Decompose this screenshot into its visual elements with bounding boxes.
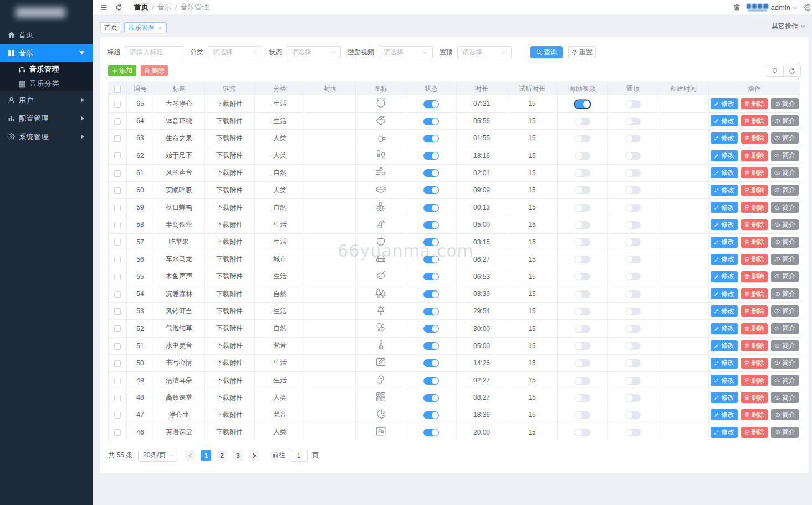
reward-video-toggle[interactable] [575,429,590,436]
intro-button[interactable]: 简介 [771,185,799,196]
top-toggle[interactable] [625,186,641,194]
intro-button[interactable]: 简介 [771,98,799,109]
row-checkbox[interactable] [114,378,121,384]
row-checkbox[interactable] [114,429,121,436]
top-toggle[interactable] [625,135,641,142]
edit-button[interactable]: 修改 [711,392,738,403]
status-toggle[interactable] [423,429,439,436]
row-checkbox[interactable] [114,412,121,419]
tab-1[interactable]: 音乐管理× [124,22,167,33]
cell-link[interactable]: 下载附件 [205,320,255,337]
search-icon[interactable] [767,65,784,77]
top-toggle[interactable] [625,152,641,160]
status-toggle[interactable] [423,186,439,194]
edit-button[interactable]: 修改 [711,167,738,178]
row-delete-button[interactable]: 删除 [741,358,768,369]
intro-button[interactable]: 简介 [771,237,799,248]
reward-video-toggle[interactable] [575,359,590,367]
row-checkbox[interactable] [114,187,121,194]
intro-button[interactable]: 简介 [771,254,799,265]
edit-button[interactable]: 修改 [711,237,738,248]
cell-link[interactable]: 下载附件 [205,303,255,320]
row-delete-button[interactable]: 删除 [741,305,768,317]
status-toggle[interactable] [423,290,439,298]
reward-video-toggle[interactable] [575,308,590,315]
status-toggle[interactable] [423,256,439,263]
edit-button[interactable]: 修改 [711,305,738,317]
cell-link[interactable]: 下载附件 [205,354,255,371]
query-button[interactable]: 查询 [530,46,563,58]
edit-button[interactable]: 修改 [711,185,738,196]
intro-button[interactable]: 简介 [771,358,799,369]
next-page-button[interactable] [249,450,259,461]
cell-link[interactable]: 下载附件 [205,164,255,181]
edit-button[interactable]: 修改 [711,254,738,265]
row-checkbox[interactable] [114,343,121,350]
top-toggle[interactable] [625,377,641,385]
intro-button[interactable]: 简介 [771,150,799,161]
row-checkbox[interactable] [114,170,121,177]
status-toggle[interactable] [423,377,439,385]
status-toggle[interactable] [423,411,439,419]
edit-button[interactable]: 修改 [711,271,738,282]
row-checkbox[interactable] [114,239,121,246]
intro-button[interactable]: 简介 [771,167,799,178]
row-delete-button[interactable]: 删除 [741,202,768,213]
reward-video-toggle[interactable] [575,186,590,194]
status-toggle[interactable] [423,325,439,333]
top-toggle[interactable] [625,238,641,246]
trash-icon[interactable] [733,3,740,11]
intro-button[interactable]: 简介 [771,271,799,282]
intro-button[interactable]: 简介 [771,219,799,230]
filter-select-4[interactable]: 请选择 [457,46,512,58]
edit-button[interactable]: 修改 [711,427,738,438]
cell-link[interactable]: 下载附件 [205,199,255,216]
cell-link[interactable]: 下载附件 [205,216,255,233]
row-delete-button[interactable]: 删除 [741,271,768,282]
row-checkbox[interactable] [114,325,121,332]
sidebar-item-0[interactable]: 首页 [0,25,93,44]
status-toggle[interactable] [423,135,439,142]
intro-button[interactable]: 简介 [771,340,799,351]
sidebar-subitem-1[interactable]: 音乐分类 [0,76,93,91]
row-checkbox[interactable] [114,308,121,315]
row-checkbox[interactable] [114,135,121,142]
row-delete-button[interactable]: 删除 [741,185,768,196]
intro-button[interactable]: 简介 [771,392,799,403]
row-delete-button[interactable]: 删除 [741,254,768,265]
edit-button[interactable]: 修改 [711,202,738,213]
status-toggle[interactable] [423,169,439,177]
top-toggle[interactable] [625,169,641,177]
status-toggle[interactable] [423,394,439,402]
intro-button[interactable]: 简介 [771,115,799,126]
row-delete-button[interactable]: 删除 [741,392,768,403]
top-toggle[interactable] [625,429,641,436]
tab-0[interactable]: 首页 [100,22,121,33]
edit-button[interactable]: 修改 [711,288,738,299]
top-toggle[interactable] [625,273,641,280]
row-checkbox[interactable] [114,274,121,280]
filter-select-3[interactable]: 请选择 [379,46,433,58]
row-checkbox[interactable] [114,205,121,211]
status-toggle[interactable] [423,204,439,212]
reward-video-toggle[interactable] [575,169,590,177]
row-checkbox[interactable] [114,101,121,108]
reward-video-toggle[interactable] [575,290,590,298]
sidebar-item-1[interactable]: 音乐 [0,44,93,62]
row-delete-button[interactable]: 删除 [741,323,768,334]
status-toggle[interactable] [423,118,439,125]
row-delete-button[interactable]: 删除 [741,427,768,438]
top-toggle[interactable] [625,256,641,263]
row-delete-button[interactable]: 删除 [741,288,768,299]
reward-video-toggle[interactable] [575,377,590,385]
cell-link[interactable]: 下载附件 [205,113,255,130]
intro-button[interactable]: 简介 [771,427,799,438]
cell-link[interactable]: 下载附件 [205,147,255,164]
reward-video-toggle[interactable] [575,394,590,402]
top-toggle[interactable] [625,204,641,212]
reward-video-toggle[interactable] [575,118,590,125]
cell-link[interactable]: 下载附件 [205,181,255,198]
top-toggle[interactable] [625,342,641,350]
reward-video-toggle[interactable] [575,238,590,246]
row-delete-button[interactable]: 删除 [741,150,768,161]
